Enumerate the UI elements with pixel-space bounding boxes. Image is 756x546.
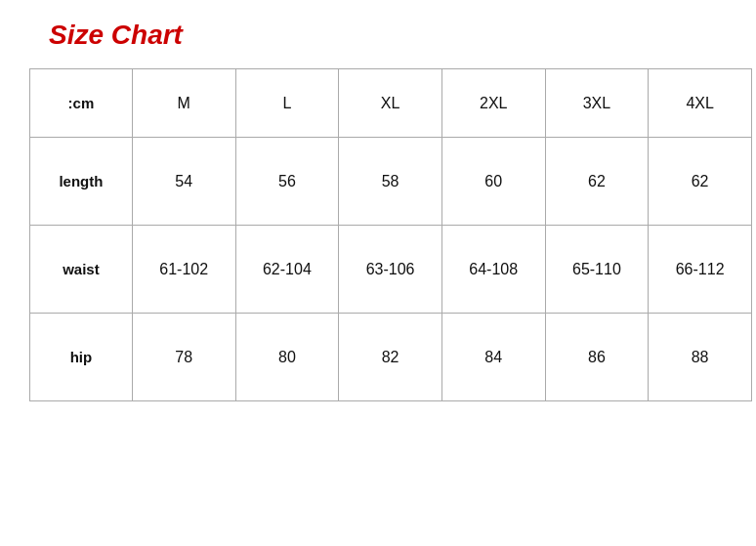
size-chart-table: :cmMLXL2XL3XL4XLlength545658606262waist6… <box>29 68 752 401</box>
cell-waist-5: 66-112 <box>649 226 752 314</box>
size-header-4XL: 4XL <box>649 69 752 138</box>
cell-waist-3: 64-108 <box>441 226 545 314</box>
row-label-length: length <box>30 138 133 226</box>
cell-waist-4: 65-110 <box>545 226 649 314</box>
size-header-2XL: 2XL <box>441 69 545 138</box>
cell-waist-2: 63-106 <box>339 226 442 314</box>
cell-waist-0: 61-102 <box>132 226 235 314</box>
cell-hip-5: 88 <box>649 314 752 401</box>
page-title: Size Chart <box>49 20 183 51</box>
size-header-L: L <box>235 69 339 138</box>
cell-hip-0: 78 <box>132 314 235 401</box>
cell-length-0: 54 <box>132 138 235 226</box>
cell-length-2: 58 <box>339 138 442 226</box>
size-header-XL: XL <box>339 69 442 138</box>
row-label-waist: waist <box>30 226 133 314</box>
cell-waist-1: 62-104 <box>235 226 339 314</box>
unit-header: :cm <box>30 69 133 138</box>
cell-length-4: 62 <box>545 138 649 226</box>
cell-length-3: 60 <box>441 138 545 226</box>
size-header-3XL: 3XL <box>545 69 649 138</box>
row-label-hip: hip <box>30 314 133 401</box>
cell-hip-4: 86 <box>545 314 649 401</box>
size-header-M: M <box>132 69 235 138</box>
cell-hip-3: 84 <box>441 314 545 401</box>
cell-length-1: 56 <box>235 138 339 226</box>
cell-length-5: 62 <box>649 138 752 226</box>
cell-hip-1: 80 <box>235 314 339 401</box>
cell-hip-2: 82 <box>339 314 442 401</box>
